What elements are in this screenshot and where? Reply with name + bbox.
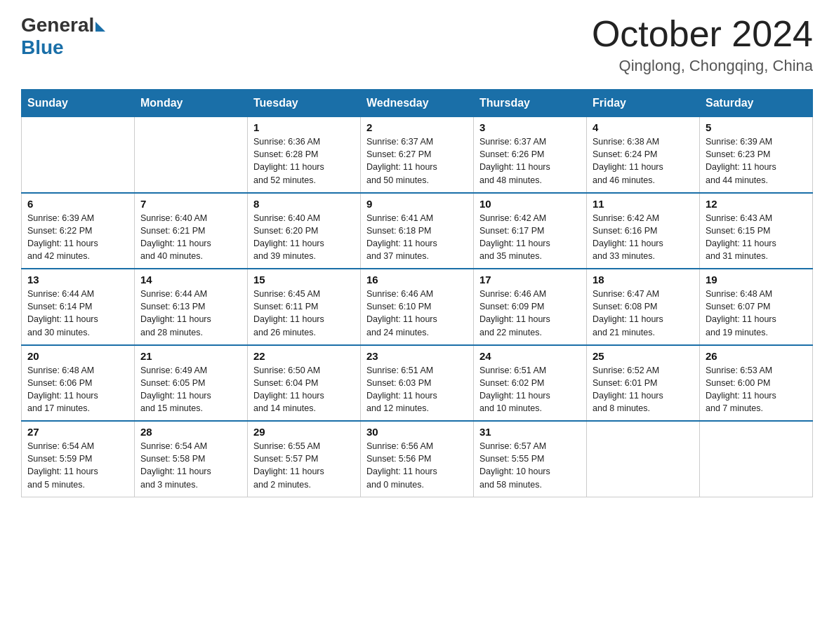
day-number: 31: [479, 426, 581, 438]
calendar-cell: 19Sunrise: 6:48 AM Sunset: 6:07 PM Dayli…: [700, 269, 813, 345]
day-number: 15: [253, 274, 355, 286]
day-number: 3: [479, 121, 581, 133]
day-number: 18: [593, 274, 694, 286]
calendar-cell: [700, 421, 813, 497]
calendar-cell: 20Sunrise: 6:48 AM Sunset: 6:06 PM Dayli…: [22, 345, 135, 422]
day-info: Sunrise: 6:45 AM Sunset: 6:11 PM Dayligh…: [253, 288, 355, 339]
day-info: Sunrise: 6:43 AM Sunset: 6:15 PM Dayligh…: [706, 212, 807, 263]
calendar-cell: 22Sunrise: 6:50 AM Sunset: 6:04 PM Dayli…: [248, 345, 361, 422]
day-number: 26: [706, 350, 807, 362]
day-info: Sunrise: 6:37 AM Sunset: 6:26 PM Dayligh…: [479, 135, 581, 187]
calendar-cell: 28Sunrise: 6:54 AM Sunset: 5:58 PM Dayli…: [135, 421, 248, 497]
day-number: 21: [140, 350, 241, 362]
header-thursday: Thursday: [474, 90, 587, 117]
calendar-cell: 6Sunrise: 6:39 AM Sunset: 6:22 PM Daylig…: [22, 193, 135, 269]
logo: General Blue: [21, 14, 105, 59]
calendar-cell: 8Sunrise: 6:40 AM Sunset: 6:20 PM Daylig…: [248, 193, 361, 269]
day-info: Sunrise: 6:37 AM Sunset: 6:27 PM Dayligh…: [366, 135, 468, 187]
day-number: 4: [593, 121, 694, 133]
day-number: 10: [479, 198, 581, 210]
calendar-cell: 14Sunrise: 6:44 AM Sunset: 6:13 PM Dayli…: [135, 269, 248, 345]
day-info: Sunrise: 6:51 AM Sunset: 6:02 PM Dayligh…: [479, 364, 581, 415]
calendar-cell: 15Sunrise: 6:45 AM Sunset: 6:11 PM Dayli…: [248, 269, 361, 345]
calendar-cell: 16Sunrise: 6:46 AM Sunset: 6:10 PM Dayli…: [361, 269, 474, 345]
calendar-table: SundayMondayTuesdayWednesdayThursdayFrid…: [21, 89, 813, 497]
title-block: October 2024 Qinglong, Chongqing, China: [592, 14, 813, 75]
calendar-cell: 29Sunrise: 6:55 AM Sunset: 5:57 PM Dayli…: [248, 421, 361, 497]
calendar-cell: 3Sunrise: 6:37 AM Sunset: 6:26 PM Daylig…: [474, 117, 587, 193]
location-title: Qinglong, Chongqing, China: [592, 57, 813, 75]
day-info: Sunrise: 6:54 AM Sunset: 5:58 PM Dayligh…: [140, 440, 241, 491]
calendar-cell: 11Sunrise: 6:42 AM Sunset: 6:16 PM Dayli…: [587, 193, 700, 269]
calendar-cell: 5Sunrise: 6:39 AM Sunset: 6:23 PM Daylig…: [700, 117, 813, 193]
day-info: Sunrise: 6:49 AM Sunset: 6:05 PM Dayligh…: [140, 364, 241, 415]
day-info: Sunrise: 6:57 AM Sunset: 5:55 PM Dayligh…: [479, 440, 581, 491]
day-info: Sunrise: 6:55 AM Sunset: 5:57 PM Dayligh…: [253, 440, 355, 491]
day-number: 13: [27, 274, 128, 286]
day-info: Sunrise: 6:52 AM Sunset: 6:01 PM Dayligh…: [593, 364, 694, 415]
calendar-cell: [587, 421, 700, 497]
day-info: Sunrise: 6:48 AM Sunset: 6:06 PM Dayligh…: [27, 364, 128, 415]
day-info: Sunrise: 6:50 AM Sunset: 6:04 PM Dayligh…: [253, 364, 355, 415]
day-number: 22: [253, 350, 355, 362]
day-number: 29: [253, 426, 355, 438]
day-number: 11: [593, 198, 694, 210]
header-wednesday: Wednesday: [361, 90, 474, 117]
header-saturday: Saturday: [700, 90, 813, 117]
calendar-cell: [22, 117, 135, 193]
calendar-week-row: 13Sunrise: 6:44 AM Sunset: 6:14 PM Dayli…: [22, 269, 813, 345]
day-number: 8: [253, 198, 355, 210]
day-info: Sunrise: 6:41 AM Sunset: 6:18 PM Dayligh…: [366, 212, 468, 263]
day-info: Sunrise: 6:56 AM Sunset: 5:56 PM Dayligh…: [366, 440, 468, 491]
calendar-cell: 24Sunrise: 6:51 AM Sunset: 6:02 PM Dayli…: [474, 345, 587, 422]
day-info: Sunrise: 6:36 AM Sunset: 6:28 PM Dayligh…: [253, 135, 355, 187]
calendar-cell: 31Sunrise: 6:57 AM Sunset: 5:55 PM Dayli…: [474, 421, 587, 497]
calendar-cell: 21Sunrise: 6:49 AM Sunset: 6:05 PM Dayli…: [135, 345, 248, 422]
day-info: Sunrise: 6:42 AM Sunset: 6:17 PM Dayligh…: [479, 212, 581, 263]
day-number: 27: [27, 426, 128, 438]
calendar-cell: 30Sunrise: 6:56 AM Sunset: 5:56 PM Dayli…: [361, 421, 474, 497]
day-number: 28: [140, 426, 241, 438]
day-number: 9: [366, 198, 468, 210]
calendar-cell: 2Sunrise: 6:37 AM Sunset: 6:27 PM Daylig…: [361, 117, 474, 193]
calendar-cell: 10Sunrise: 6:42 AM Sunset: 6:17 PM Dayli…: [474, 193, 587, 269]
calendar-cell: 25Sunrise: 6:52 AM Sunset: 6:01 PM Dayli…: [587, 345, 700, 422]
day-info: Sunrise: 6:46 AM Sunset: 6:09 PM Dayligh…: [479, 288, 581, 339]
day-info: Sunrise: 6:51 AM Sunset: 6:03 PM Dayligh…: [366, 364, 468, 415]
day-number: 5: [706, 121, 807, 133]
month-title: October 2024: [592, 14, 813, 54]
day-number: 17: [479, 274, 581, 286]
day-number: 16: [366, 274, 468, 286]
day-number: 14: [140, 274, 241, 286]
calendar-week-row: 6Sunrise: 6:39 AM Sunset: 6:22 PM Daylig…: [22, 193, 813, 269]
header-friday: Friday: [587, 90, 700, 117]
header-sunday: Sunday: [22, 90, 135, 117]
day-number: 12: [706, 198, 807, 210]
day-number: 23: [366, 350, 468, 362]
calendar-cell: 12Sunrise: 6:43 AM Sunset: 6:15 PM Dayli…: [700, 193, 813, 269]
day-info: Sunrise: 6:46 AM Sunset: 6:10 PM Dayligh…: [366, 288, 468, 339]
calendar-cell: 18Sunrise: 6:47 AM Sunset: 6:08 PM Dayli…: [587, 269, 700, 345]
day-number: 24: [479, 350, 581, 362]
day-info: Sunrise: 6:39 AM Sunset: 6:23 PM Dayligh…: [706, 135, 807, 187]
calendar-cell: 27Sunrise: 6:54 AM Sunset: 5:59 PM Dayli…: [22, 421, 135, 497]
day-number: 20: [27, 350, 128, 362]
day-info: Sunrise: 6:53 AM Sunset: 6:00 PM Dayligh…: [706, 364, 807, 415]
calendar-cell: 7Sunrise: 6:40 AM Sunset: 6:21 PM Daylig…: [135, 193, 248, 269]
day-info: Sunrise: 6:48 AM Sunset: 6:07 PM Dayligh…: [706, 288, 807, 339]
day-info: Sunrise: 6:38 AM Sunset: 6:24 PM Dayligh…: [593, 135, 694, 187]
day-number: 7: [140, 198, 241, 210]
day-number: 1: [253, 121, 355, 133]
day-info: Sunrise: 6:40 AM Sunset: 6:21 PM Dayligh…: [140, 212, 241, 263]
logo-blue-text: Blue: [21, 36, 64, 59]
logo-triangle-icon: [95, 22, 105, 32]
calendar-week-row: 1Sunrise: 6:36 AM Sunset: 6:28 PM Daylig…: [22, 117, 813, 193]
day-info: Sunrise: 6:44 AM Sunset: 6:13 PM Dayligh…: [140, 288, 241, 339]
day-info: Sunrise: 6:47 AM Sunset: 6:08 PM Dayligh…: [593, 288, 694, 339]
calendar-cell: 17Sunrise: 6:46 AM Sunset: 6:09 PM Dayli…: [474, 269, 587, 345]
calendar-header-row: SundayMondayTuesdayWednesdayThursdayFrid…: [22, 90, 813, 117]
day-info: Sunrise: 6:42 AM Sunset: 6:16 PM Dayligh…: [593, 212, 694, 263]
day-number: 2: [366, 121, 468, 133]
day-info: Sunrise: 6:40 AM Sunset: 6:20 PM Dayligh…: [253, 212, 355, 263]
calendar-cell: 9Sunrise: 6:41 AM Sunset: 6:18 PM Daylig…: [361, 193, 474, 269]
